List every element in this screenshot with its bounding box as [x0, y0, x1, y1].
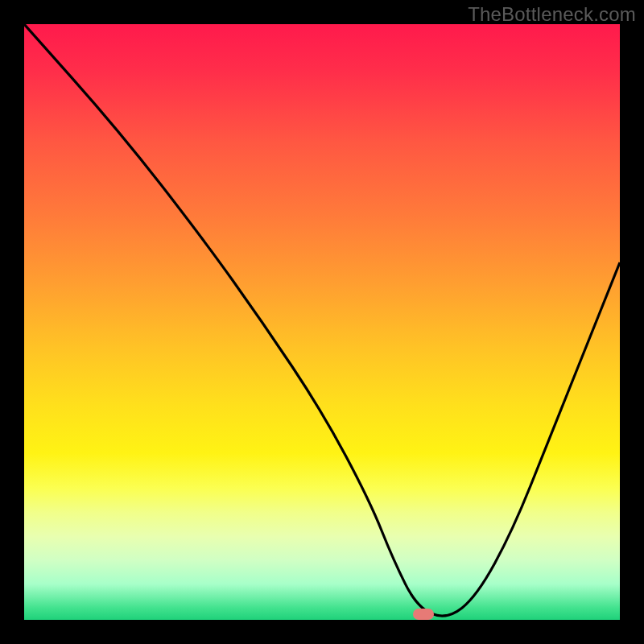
- optimal-marker: [413, 609, 434, 620]
- bottleneck-curve: [24, 24, 620, 620]
- plot-area: [24, 24, 620, 620]
- watermark-text: TheBottleneck.com: [468, 3, 636, 26]
- curve-path: [24, 24, 620, 616]
- chart-frame: TheBottleneck.com: [0, 0, 644, 644]
